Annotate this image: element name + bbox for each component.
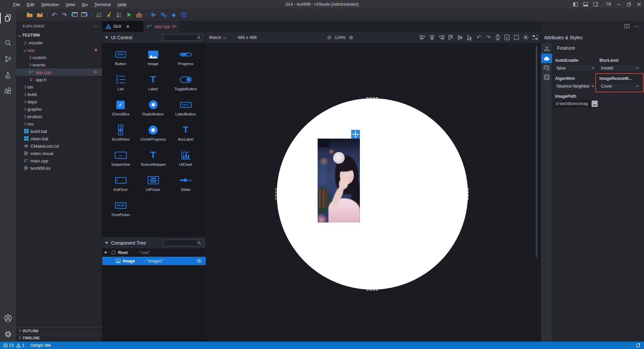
settings-gear-icon[interactable] (0, 328, 16, 341)
clean-icon[interactable] (104, 10, 114, 19)
tree-item-test999-ini[interactable]: test999.ini (16, 164, 102, 172)
align-left-icon[interactable] (420, 35, 425, 40)
explorer-more-icon[interactable]: ⋯ (94, 23, 99, 29)
zoom-out-icon[interactable]: ⊖ (327, 34, 331, 41)
menu-view[interactable]: View (63, 1, 78, 8)
menu-file[interactable]: File (10, 1, 23, 8)
menu-go[interactable]: Go (79, 1, 91, 8)
settings-gears-icon[interactable] (159, 10, 168, 19)
component-swipeview[interactable]: •••SwipeView (104, 148, 137, 169)
problems-indicator[interactable]: 13 1 (3, 343, 24, 348)
ui-control-header[interactable]: UI Control (102, 32, 205, 43)
account-icon[interactable] (0, 311, 16, 325)
component-button[interactable]: BTNButton (104, 48, 137, 68)
bind-link-icon[interactable] (504, 35, 510, 40)
autoenable-select[interactable]: false (554, 64, 597, 72)
component-texturemapper[interactable]: TTextureMapper (137, 148, 169, 169)
source-control-icon[interactable] (0, 52, 16, 66)
format-code-icon[interactable]: 0|1( (114, 10, 124, 19)
close-tab-icon[interactable]: ✕ (126, 24, 130, 29)
component-tree-search-input[interactable] (164, 241, 197, 245)
tree-item-test999[interactable]: TEST999 (16, 32, 102, 39)
tab-gui[interactable]: GUI ✕ (102, 21, 144, 32)
component-uipicker[interactable]: UiPicker (137, 173, 169, 194)
watch-preview-icon[interactable] (495, 35, 500, 40)
component-edittext[interactable]: EditText (104, 173, 137, 194)
extensions-icon[interactable] (0, 85, 16, 98)
feature-c甲icon[interactable] (541, 54, 552, 63)
toggle-sidebar-icon[interactable] (571, 0, 581, 9)
tree-item-app-cpp[interactable]: C++app.cpp9+ (16, 68, 102, 76)
tree-item-clean-bat[interactable]: clean.bat (16, 135, 102, 142)
align-bottom-icon[interactable] (467, 35, 472, 40)
brightness-icon[interactable] (523, 35, 529, 40)
minimize-button[interactable] (614, 0, 624, 9)
sort-lines-icon[interactable]: 0110 (94, 10, 104, 19)
component-tree-search[interactable] (163, 240, 203, 246)
component-slider[interactable]: Slider (169, 173, 202, 194)
import-view-icon[interactable] (70, 10, 79, 19)
tree-item-cmakelists[interactable]: MCMakeLists.txt (16, 142, 102, 150)
component-label[interactable]: TLabel (137, 73, 169, 94)
info-card-icon[interactable]: i (541, 63, 552, 72)
canvas-vertical-scrollbar[interactable] (536, 46, 537, 257)
tree-item-main-cpp[interactable]: C++main.cpp (16, 157, 102, 164)
component-checkbox[interactable]: ✓CheckBox (104, 98, 137, 119)
build-icon[interactable] (149, 10, 158, 19)
tree-item-graphic[interactable]: graphic (16, 105, 102, 113)
align-center-horizontal-icon[interactable] (429, 35, 435, 40)
search-icon[interactable] (0, 36, 16, 50)
component-radiobutton[interactable]: RadioButton (137, 98, 169, 119)
align-right-icon[interactable] (438, 35, 444, 40)
imagepath-input[interactable]: d:\test\ttt\res\imag (554, 100, 591, 107)
component-arclabel[interactable]: TArcLabel (169, 123, 202, 144)
component-list[interactable]: List (104, 73, 137, 94)
menu-selection[interactable]: Selection (38, 1, 62, 8)
ui-control-search[interactable] (163, 34, 203, 41)
deploy-package-icon[interactable] (135, 10, 144, 19)
notifications-bell-icon[interactable] (636, 343, 641, 348)
image-picker-button[interactable] (592, 101, 598, 107)
tree-item-res[interactable]: res (16, 120, 102, 128)
align-top-icon[interactable] (448, 35, 453, 40)
menu-edit[interactable]: Edit (24, 1, 37, 8)
tree-item-build[interactable]: build (16, 91, 102, 98)
selection-box-icon[interactable] (514, 35, 519, 40)
redo-icon[interactable]: ↷ (485, 35, 491, 40)
hierarchy-icon[interactable] (541, 44, 552, 54)
move-handle[interactable] (351, 130, 360, 139)
tree-item-app-h[interactable]: Capp.h (16, 76, 102, 83)
component-scrollview[interactable]: ScrollView (104, 123, 137, 144)
split-panel-icon[interactable] (625, 23, 629, 30)
toggle-secondary-sidebar-icon[interactable] (591, 0, 601, 9)
restore-button[interactable] (624, 0, 634, 9)
component-image[interactable]: Image (137, 48, 169, 68)
frame-icon[interactable] (541, 72, 552, 82)
redo-icon[interactable]: ↷ (60, 10, 69, 19)
blurlevel-select[interactable]: Invalid (599, 64, 641, 72)
tree-item-deps[interactable]: deps (16, 98, 102, 105)
device-select[interactable]: Watch (209, 35, 225, 40)
tree-item-custom[interactable]: custom (16, 54, 102, 61)
tree-item-bin[interactable]: bin (16, 83, 102, 91)
component-timepicker[interactable]: 00:00TimePicker (104, 199, 137, 219)
design-canvas[interactable] (206, 43, 541, 342)
image1-element[interactable] (318, 139, 360, 222)
open-project-icon[interactable] (35, 10, 45, 19)
transform-icon[interactable] (532, 35, 538, 40)
component-tree-header[interactable]: Component Tree (102, 237, 206, 248)
menu-terminal[interactable]: Terminal (91, 1, 114, 8)
undo-icon[interactable]: ↶ (50, 10, 59, 19)
tree-item-build-bat[interactable]: build.bat (16, 128, 102, 135)
tree-item-app[interactable]: app (16, 46, 102, 54)
component-progress[interactable]: Progress (169, 48, 202, 68)
tree-item-product[interactable]: product (16, 113, 102, 120)
ui-control-search-input[interactable] (163, 36, 197, 40)
customize-layout-icon[interactable] (604, 0, 614, 9)
tree-item-index-visual[interactable]: index.visual (16, 150, 102, 157)
explorer-icon[interactable] (0, 11, 16, 25)
timeline-section[interactable]: TIMELINE (16, 334, 102, 341)
clangd-status[interactable]: clangd: idle (31, 343, 51, 348)
tree-node-image1[interactable]: Image - "image1" (102, 257, 206, 265)
component-uichart[interactable]: UiChart (169, 148, 202, 169)
